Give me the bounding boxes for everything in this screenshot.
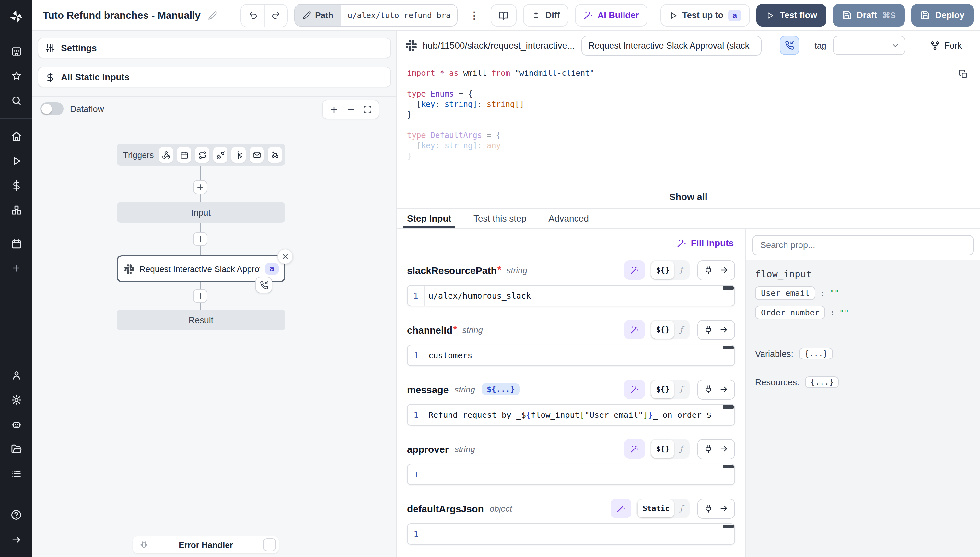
schedules-calendar-icon[interactable] xyxy=(0,235,33,252)
copy-code-icon[interactable] xyxy=(959,69,969,79)
email-trigger-icon[interactable] xyxy=(250,147,264,163)
dataflow-label: Dataflow xyxy=(70,104,104,114)
more-menu-kebab-icon[interactable]: ⋮ xyxy=(464,10,485,21)
websocket-trigger-icon[interactable] xyxy=(213,147,227,163)
editor-scrollbar-thumb[interactable] xyxy=(723,524,734,528)
hub-script-path[interactable]: hub/11500/slack/request_interactive... xyxy=(406,40,575,51)
input-mode-selected[interactable]: ${} xyxy=(652,261,674,279)
docs-book-button[interactable] xyxy=(491,4,517,26)
zoom-in-button[interactable] xyxy=(325,101,342,118)
code-line: [key: string]: any xyxy=(407,140,980,151)
fill-inputs-button[interactable]: Fill inputs xyxy=(675,235,735,251)
input-mode-selected[interactable]: ${} xyxy=(652,440,674,458)
search-icon[interactable] xyxy=(0,92,33,109)
field-type: object xyxy=(490,503,512,513)
scheduled-poll-trigger-icon[interactable] xyxy=(268,147,282,163)
home-icon[interactable] xyxy=(0,128,33,145)
flow-settings-button[interactable]: Settings xyxy=(38,37,391,58)
ai-fill-wand-button[interactable] xyxy=(624,320,645,339)
workspace-icon[interactable] xyxy=(0,43,33,60)
editor-scrollbar-thumb[interactable] xyxy=(723,406,734,409)
gear-icon[interactable] xyxy=(0,391,33,408)
input-mode-selected[interactable]: ${} xyxy=(652,380,674,398)
add-step-button[interactable] xyxy=(193,232,207,246)
show-all-button[interactable]: Show all xyxy=(397,192,980,202)
suspend-approval-phone-button[interactable] xyxy=(780,36,799,55)
draft-button[interactable]: Draft ⌘S xyxy=(833,4,905,26)
variables-chip[interactable]: {...} xyxy=(799,348,833,360)
value-editor[interactable]: 1 xyxy=(407,464,735,485)
add-plus-icon[interactable] xyxy=(0,260,33,277)
test-flow-button[interactable]: Test flow xyxy=(756,4,826,26)
search-prop-input[interactable] xyxy=(753,235,973,255)
add-error-handler-button[interactable] xyxy=(263,538,276,551)
ai-fill-wand-button[interactable] xyxy=(624,261,645,280)
ai-fill-wand-button[interactable] xyxy=(624,439,645,459)
error-handler-node[interactable]: Error Handler xyxy=(133,536,279,553)
input-mode-selected[interactable]: Static xyxy=(638,499,674,518)
value-editor[interactable]: 1 Refund request by _${flow_input["User … xyxy=(407,404,735,425)
user-icon[interactable] xyxy=(0,366,33,383)
webhook-trigger-icon[interactable] xyxy=(159,147,173,163)
function-mode-button[interactable]: ƒ xyxy=(674,265,688,275)
function-mode-button[interactable]: ƒ xyxy=(674,504,688,513)
resources-chip[interactable]: {...} xyxy=(805,376,839,388)
runs-play-icon[interactable] xyxy=(0,152,33,169)
code-line: import * as wmill from "windmill-client" xyxy=(407,68,980,78)
function-mode-button[interactable]: ƒ xyxy=(674,325,688,334)
ai-fill-wand-button[interactable] xyxy=(611,499,632,518)
input-node[interactable]: Input xyxy=(117,202,285,223)
tab-advanced[interactable]: Advanced xyxy=(548,208,589,228)
workers-robot-icon[interactable] xyxy=(0,416,33,433)
input-mode-selected[interactable]: ${} xyxy=(652,321,674,339)
test-up-to-button[interactable]: Test up to a xyxy=(660,4,750,26)
folder-open-icon[interactable] xyxy=(0,440,33,457)
add-step-button[interactable] xyxy=(193,289,207,303)
tab-test-this-step[interactable]: Test this step xyxy=(474,208,526,228)
editor-scrollbar-thumb[interactable] xyxy=(723,286,734,290)
collapse-arrow-right-icon[interactable] xyxy=(0,531,33,548)
all-static-inputs-button[interactable]: All Static Inputs xyxy=(38,67,391,88)
zoom-out-button[interactable] xyxy=(342,101,359,118)
ai-builder-button[interactable]: AI Builder xyxy=(575,4,647,26)
step-name-input[interactable] xyxy=(581,35,761,55)
triggers-node[interactable]: Triggers xyxy=(117,144,285,166)
result-node[interactable]: Result xyxy=(117,309,285,330)
path-button[interactable]: Path xyxy=(295,5,341,26)
path-input[interactable] xyxy=(341,5,457,26)
editor-scrollbar-thumb[interactable] xyxy=(723,346,734,349)
edit-title-pencil-icon[interactable] xyxy=(208,11,217,20)
prop-key-chip[interactable]: User email xyxy=(755,286,816,300)
deploy-button[interactable]: Deploy xyxy=(911,4,973,26)
line-number: 1 xyxy=(408,469,425,479)
diff-button[interactable]: Diff xyxy=(523,4,568,26)
value-editor[interactable]: 1 u/alex/humorous_slack xyxy=(407,285,735,306)
star-icon[interactable] xyxy=(0,67,33,84)
undo-button[interactable] xyxy=(242,4,265,26)
value-editor[interactable]: 1 xyxy=(407,523,735,545)
redo-button[interactable] xyxy=(264,4,287,26)
function-mode-button[interactable]: ƒ xyxy=(674,385,688,394)
prop-key-chip[interactable]: Order number xyxy=(755,306,825,319)
variables-dollar-icon[interactable] xyxy=(0,177,33,194)
list-icon[interactable] xyxy=(0,465,33,482)
ai-fill-wand-button[interactable] xyxy=(624,379,645,399)
fit-view-button[interactable] xyxy=(359,101,376,118)
windmill-logo-icon[interactable] xyxy=(8,8,24,24)
kafka-trigger-icon[interactable] xyxy=(231,147,246,163)
resources-cubes-icon[interactable] xyxy=(0,202,33,218)
code-preview[interactable]: import * as wmill from "windmill-client"… xyxy=(397,60,980,208)
tab-step-input[interactable]: Step Input xyxy=(407,208,451,228)
help-icon[interactable] xyxy=(0,507,33,523)
dataflow-toggle[interactable] xyxy=(40,102,64,115)
editor-scrollbar-thumb[interactable] xyxy=(723,465,734,468)
value-editor[interactable]: 1 customers xyxy=(407,345,735,366)
schedule-trigger-icon[interactable] xyxy=(177,147,191,163)
remove-step-close-icon[interactable] xyxy=(278,249,293,264)
connect-io-group xyxy=(697,379,735,399)
add-step-button[interactable] xyxy=(193,180,207,194)
function-mode-button[interactable]: ƒ xyxy=(674,444,688,453)
tag-select[interactable] xyxy=(833,36,905,55)
fork-button[interactable]: Fork xyxy=(930,41,962,50)
http-route-trigger-icon[interactable] xyxy=(195,147,209,163)
